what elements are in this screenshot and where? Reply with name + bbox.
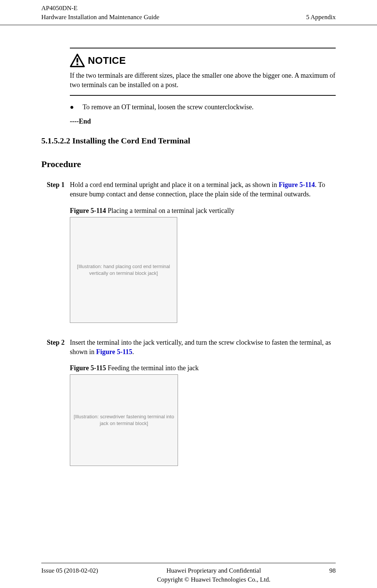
figure-2-label: Figure 5-115	[70, 364, 106, 372]
footer-center: Huawei Proprietary and Confidential Copy…	[98, 566, 329, 584]
figure-1-caption: Figure 5-114 Placing a terminal on a ter…	[70, 206, 336, 216]
footer-copyright: Copyright © Huawei Technologies Co., Ltd…	[98, 575, 329, 584]
svg-rect-2	[77, 63, 78, 65]
svg-rect-1	[77, 58, 78, 62]
chapter-label: 5 Appendix	[306, 13, 336, 22]
step-1-text-before: Hold a cord end terminal upright and pla…	[70, 181, 279, 188]
bullet-icon: ●	[70, 103, 74, 112]
figure-1-label: Figure 5-114	[70, 207, 106, 214]
procedure-heading: Procedure	[41, 158, 336, 171]
page-content: NOTICE If the two terminals are differen…	[0, 25, 377, 466]
figure-2-caption: Figure 5-115 Feeding the terminal into t…	[70, 363, 336, 373]
notice-block: NOTICE If the two terminals are differen…	[70, 48, 336, 96]
page-footer: Issue 05 (2018-02-02) Huawei Proprietary…	[41, 563, 336, 584]
step-1-label: Step 1	[41, 180, 65, 199]
warning-triangle-icon	[70, 54, 85, 67]
notice-top-rule	[70, 48, 336, 48]
header-left: AP4050DN-E Hardware Installation and Mai…	[41, 4, 159, 22]
step-2-label: Step 2	[41, 338, 65, 357]
step-1: Step 1 Hold a cord end terminal upright …	[41, 180, 336, 199]
figure-1-placeholder: [Illustration: hand placing cord end ter…	[70, 260, 177, 280]
figure-5-115-link[interactable]: Figure 5-115	[96, 348, 132, 356]
figure-2-placeholder: [Illustration: screwdriver fastening ter…	[70, 410, 178, 430]
step-2-text-after: .	[132, 348, 134, 356]
notice-text: If the two terminals are different sizes…	[70, 71, 336, 90]
notice-bottom-rule	[70, 95, 336, 96]
bullet-text: To remove an OT terminal, loosen the scr…	[83, 103, 253, 112]
step-2-body: Insert the terminal into the jack vertic…	[70, 338, 336, 357]
section-heading: 5.1.5.2.2 Installing the Cord End Termin…	[41, 135, 336, 147]
bullet-item: ● To remove an OT terminal, loosen the s…	[70, 103, 336, 112]
product-name: AP4050DN-E	[41, 4, 159, 13]
figure-2-image: [Illustration: screwdriver fastening ter…	[70, 374, 178, 466]
notice-title: NOTICE	[88, 54, 126, 67]
end-marker: ----End	[70, 117, 336, 126]
doc-title: Hardware Installation and Maintenance Gu…	[41, 13, 159, 22]
footer-issue: Issue 05 (2018-02-02)	[41, 566, 98, 575]
figure-1-caption-text: Placing a terminal on a terminal jack ve…	[106, 207, 234, 214]
footer-proprietary: Huawei Proprietary and Confidential	[98, 566, 329, 575]
footer-page-number: 98	[329, 566, 336, 575]
figure-1-image: [Illustration: hand placing cord end ter…	[70, 217, 177, 323]
figure-2-caption-text: Feeding the terminal into the jack	[106, 364, 199, 372]
step-1-body: Hold a cord end terminal upright and pla…	[70, 180, 336, 199]
notice-header: NOTICE	[70, 54, 336, 67]
page-header: AP4050DN-E Hardware Installation and Mai…	[0, 0, 377, 25]
step-2: Step 2 Insert the terminal into the jack…	[41, 338, 336, 357]
figure-5-114-link[interactable]: Figure 5-114	[279, 181, 315, 188]
